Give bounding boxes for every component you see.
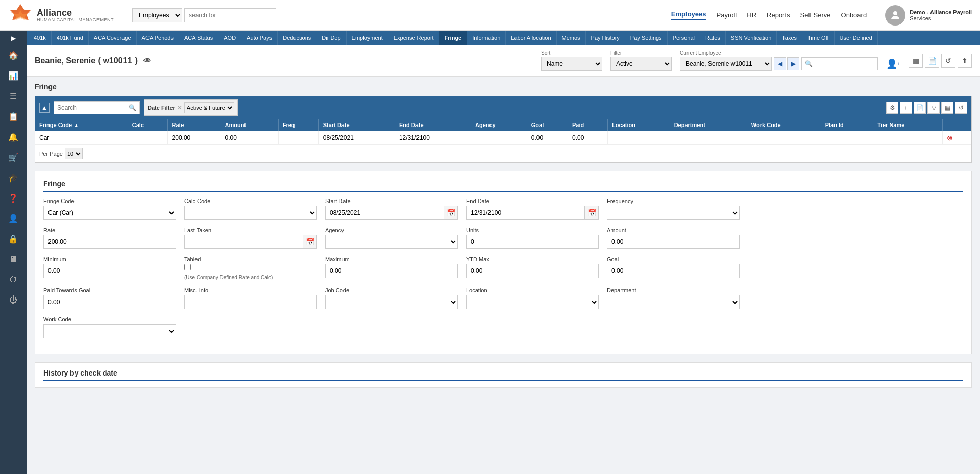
per-page-select[interactable]: 10 25 50 — [65, 148, 83, 159]
tab-time-off[interactable]: Time Off — [802, 31, 835, 45]
sidebar-expand[interactable]: ▶ — [11, 35, 16, 42]
col-tier-name[interactable]: Tier Name — [873, 119, 942, 131]
delete-row-button[interactable]: ⊗ — [947, 134, 953, 142]
calc-code-select[interactable] — [184, 206, 317, 220]
tab-employment[interactable]: Employment — [347, 31, 388, 45]
col-department[interactable]: Department — [670, 119, 747, 131]
tab-aca-coverage[interactable]: ACA Coverage — [89, 31, 137, 45]
goal-input[interactable] — [607, 264, 740, 278]
search-input[interactable] — [184, 8, 276, 22]
sidebar-graduation[interactable]: 🎓 — [4, 168, 22, 187]
date-filter-close[interactable]: ✕ — [177, 104, 182, 111]
rate-input[interactable] — [43, 235, 176, 249]
last-taken-input[interactable] — [184, 235, 303, 249]
tab-ssn-verification[interactable]: SSN Verification — [726, 31, 777, 45]
work-code-select[interactable] — [43, 324, 176, 338]
department-select[interactable] — [607, 295, 740, 309]
minimum-input[interactable] — [43, 264, 176, 278]
tab-taxes[interactable]: Taxes — [777, 31, 802, 45]
tab-user-defined[interactable]: User Defined — [835, 31, 878, 45]
tab-dir-dep[interactable]: Dir Dep — [316, 31, 346, 45]
col-paid[interactable]: Paid — [568, 119, 607, 131]
tab-pay-history[interactable]: Pay History — [586, 31, 625, 45]
sidebar-bell[interactable]: 🔔 — [4, 128, 22, 146]
add-person-button[interactable]: 👤+ — [886, 57, 900, 71]
tab-memos[interactable]: Memos — [557, 31, 586, 45]
col-location[interactable]: Location — [608, 119, 670, 131]
col-work-code[interactable]: Work Code — [747, 119, 821, 131]
col-goal[interactable]: Goal — [527, 119, 568, 131]
nav-employees[interactable]: Employees — [671, 10, 706, 20]
start-date-calendar-button[interactable]: 📅 — [444, 206, 458, 220]
start-date-input[interactable] — [325, 206, 444, 220]
grid-view-button[interactable]: ▦ — [909, 54, 923, 68]
col-freq[interactable]: Freq — [278, 119, 318, 131]
tab-deductions[interactable]: Deductions — [278, 31, 316, 45]
prev-employee-button[interactable]: ◀ — [774, 57, 786, 70]
misc-info-input[interactable] — [184, 295, 317, 309]
nav-reports[interactable]: Reports — [767, 11, 790, 19]
tab-expense-report[interactable]: Expense Report — [388, 31, 439, 45]
col-start-date[interactable]: Start Date — [318, 119, 395, 131]
maximum-input[interactable] — [325, 264, 458, 278]
tab-auto-pays[interactable]: Auto Pays — [241, 31, 278, 45]
next-employee-button[interactable]: ▶ — [787, 57, 799, 70]
tab-rates[interactable]: Rates — [700, 31, 726, 45]
sidebar-chart[interactable]: 📊 — [4, 66, 22, 85]
col-agency[interactable]: Agency — [471, 119, 527, 131]
tab-aca-periods[interactable]: ACA Periods — [137, 31, 179, 45]
tab-aca-status[interactable]: ACA Status — [179, 31, 218, 45]
sidebar-monitor[interactable]: 🖥 — [4, 250, 22, 268]
table-columns-button[interactable]: ▦ — [941, 102, 953, 114]
ytd-max-input[interactable] — [466, 264, 599, 278]
sidebar-home[interactable]: 🏠 — [4, 46, 22, 64]
agency-select[interactable] — [325, 235, 458, 249]
tab-personal[interactable]: Personal — [668, 31, 700, 45]
nav-self-serve[interactable]: Self Serve — [800, 11, 831, 19]
nav-onboard[interactable]: Onboard — [841, 11, 867, 19]
current-employee-select[interactable]: Beanie, Serenie w10011 — [680, 57, 772, 71]
job-code-select[interactable] — [325, 295, 458, 309]
filter-select[interactable]: Active — [610, 57, 672, 71]
upload-button[interactable]: ⬆ — [958, 54, 972, 68]
document-button[interactable]: 📄 — [925, 54, 939, 68]
tab-401k[interactable]: 401k — [29, 31, 52, 45]
last-taken-calendar-button[interactable]: 📅 — [303, 235, 317, 249]
nav-hr[interactable]: HR — [747, 11, 756, 19]
sidebar-cart[interactable]: 🛒 — [4, 148, 22, 166]
location-select[interactable] — [466, 295, 599, 309]
history-button[interactable]: ↺ — [941, 54, 955, 68]
employee-search-input[interactable] — [801, 57, 878, 70]
sidebar-menu[interactable]: ☰ — [4, 87, 22, 105]
table-filter-button[interactable]: ▽ — [927, 102, 940, 114]
sidebar-help[interactable]: ❓ — [4, 189, 22, 207]
sidebar-power[interactable]: ⏻ — [4, 291, 22, 309]
tab-401k-fund[interactable]: 401k Fund — [52, 31, 89, 45]
frequency-select[interactable] — [607, 206, 740, 220]
search-dropdown[interactable]: Employees — [132, 8, 182, 22]
tab-aod[interactable]: AOD — [218, 31, 241, 45]
col-plan-id[interactable]: Plan Id — [821, 119, 873, 131]
table-row[interactable]: Car 200.00 0.00 08/25/2021 12/31/2100 0.… — [35, 131, 971, 145]
table-add-button[interactable]: ＋ — [900, 102, 912, 114]
tabled-checkbox[interactable] — [184, 264, 191, 270]
table-export-button[interactable]: 📄 — [914, 102, 926, 114]
table-refresh-button[interactable]: ↺ — [955, 102, 967, 114]
date-filter-select[interactable]: Active & Future — [184, 102, 234, 113]
fringe-code-select[interactable]: Car (Car) — [43, 206, 176, 220]
eye-icon[interactable]: 👁 — [143, 57, 151, 65]
tab-fringe[interactable]: Fringe — [439, 31, 468, 45]
sidebar-clipboard[interactable]: 📋 — [4, 107, 22, 126]
sidebar-person[interactable]: 👤 — [4, 209, 22, 228]
table-settings-button[interactable]: ⚙ — [886, 102, 898, 114]
sort-select[interactable]: Name — [541, 57, 602, 71]
tab-pay-settings[interactable]: Pay Settings — [625, 31, 668, 45]
amount-input[interactable] — [607, 235, 740, 249]
paid-towards-goal-input[interactable] — [43, 295, 176, 309]
fringe-search-input[interactable] — [54, 104, 126, 111]
col-rate[interactable]: Rate — [167, 119, 220, 131]
units-input[interactable] — [466, 235, 599, 249]
sidebar-clock[interactable]: ⏱ — [4, 270, 22, 289]
col-amount[interactable]: Amount — [220, 119, 278, 131]
end-date-input[interactable] — [466, 206, 584, 220]
